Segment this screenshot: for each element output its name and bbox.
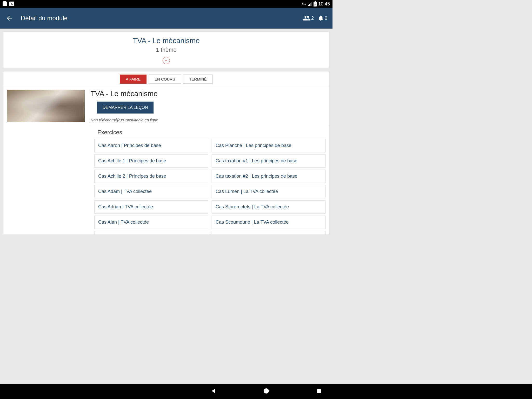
status-tabs: A FAIRE EN COURS TERMINÉ	[3, 71, 329, 87]
exercise-item[interactable]: Cas Store-octets | La TVA collectée	[212, 200, 325, 214]
lesson-title: TVA - Le mécanisme	[91, 90, 325, 98]
module-title: TVA - Le mécanisme	[9, 37, 324, 45]
notification-count-value: 0	[325, 16, 327, 21]
svg-rect-1	[315, 1, 316, 2]
tab-todo[interactable]: A FAIRE	[120, 75, 147, 84]
people-count-value: 2	[311, 16, 314, 21]
exercise-item[interactable]: Cas Scoumoune | La TVA collectée	[212, 216, 325, 229]
people-count-button[interactable]: 2	[303, 14, 314, 22]
back-button[interactable]	[5, 14, 14, 22]
module-header-card: TVA - Le mécanisme 1 thème	[3, 32, 329, 68]
exercises-header: Exercices	[94, 125, 325, 139]
arrow-left-icon	[6, 15, 13, 22]
app-bar: Détail du module 2 0	[0, 8, 332, 29]
exercise-grid: Cas Aaron | Principes de base Cas Planch…	[94, 139, 325, 234]
exercise-item[interactable]: Cas Lumen | La TVA collectée	[212, 185, 325, 198]
exercise-item[interactable]: Cas Achille 1 | Principes de base	[94, 154, 208, 168]
exercise-item[interactable]: Cas Alex | TVA collectée	[94, 231, 208, 234]
clock-time: 10:45	[318, 1, 330, 7]
exercise-item[interactable]: Cas taxation #2 | Les principes de base	[212, 170, 325, 183]
exercise-item[interactable]: Cas Achille 2 | Principes de base	[94, 170, 208, 183]
exercise-item[interactable]: Cas Planche | Les principes de base	[212, 139, 325, 152]
lesson-download-note: Non téléchargé(e)/Consultable en ligne	[91, 118, 325, 122]
exercise-item[interactable]: Cas taxation #1 | Les principes de base	[212, 154, 325, 168]
exercises-section: Exercices Cas Aaron | Principes de base …	[91, 125, 329, 234]
content-area: TVA - Le mécanisme 1 thème A FAIRE EN CO…	[0, 29, 332, 234]
battery-charging-icon	[314, 1, 317, 6]
exercise-item[interactable]: Cas Aaron | Principes de base	[94, 139, 208, 152]
chevron-down-icon	[164, 59, 168, 62]
sd-card-icon	[3, 2, 7, 6]
lesson-body: TVA - Le mécanisme DÉMARRER LA LEÇON Non…	[3, 87, 329, 125]
notifications-button[interactable]: 0	[317, 15, 327, 22]
exercise-item[interactable]: Cas Alan | TVA collectée	[94, 216, 208, 229]
exercise-item[interactable]: Cas Adrian | TVA collectée	[94, 200, 208, 214]
lesson-card: A FAIRE EN COURS TERMINÉ TVA - Le mécani…	[3, 71, 329, 234]
tab-done[interactable]: TERMINÉ	[183, 75, 213, 84]
exercise-item[interactable]: Cas Entreprise Choix | La TVA collectée	[212, 231, 325, 234]
people-icon	[303, 14, 311, 22]
status-bar: A 4G 10:45	[0, 0, 332, 8]
expand-button[interactable]	[163, 57, 170, 64]
module-subtitle: 1 thème	[9, 46, 324, 53]
keyboard-icon: A	[9, 2, 14, 6]
lesson-thumbnail	[7, 90, 85, 122]
start-lesson-button[interactable]: DÉMARRER LA LEÇON	[97, 102, 154, 114]
tab-in-progress[interactable]: EN COURS	[149, 75, 181, 84]
network-4g-label: 4G	[302, 2, 306, 5]
signal-icon	[307, 2, 312, 6]
bell-icon	[317, 15, 324, 22]
exercise-item[interactable]: Cas Adam | TVA collectée	[94, 185, 208, 198]
page-title: Détail du module	[21, 15, 68, 22]
